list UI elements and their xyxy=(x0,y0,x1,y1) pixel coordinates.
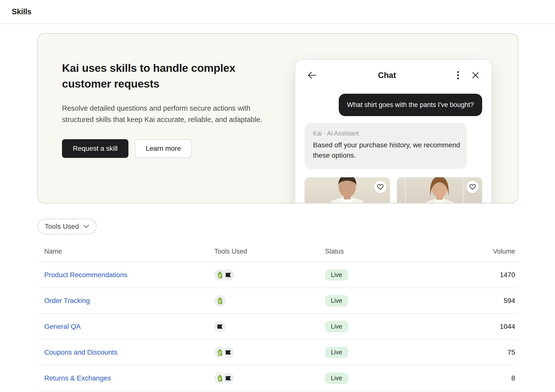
flag-icon xyxy=(214,321,226,332)
flag-icon xyxy=(223,373,234,384)
volume-cell: 8 xyxy=(453,374,515,382)
skill-name-cell: General QA xyxy=(44,323,214,331)
hero-content: Kai uses skills to handle complex custom… xyxy=(62,60,303,158)
tools-used-filter-label: Tools Used xyxy=(45,223,79,230)
hero-description: Resolve detailed questions and perform s… xyxy=(62,103,269,125)
skill-name-cell: Returns & Exchanges xyxy=(44,374,214,382)
volume-cell: 594 xyxy=(453,297,515,305)
table-row: General QA Live 1044 xyxy=(37,314,518,340)
tools-used-cell: S xyxy=(214,269,325,281)
tools-used-cell: S xyxy=(214,295,325,306)
topbar: Skills xyxy=(0,0,555,24)
svg-text:S: S xyxy=(219,299,221,303)
table-row: Returns & Exchanges S Live 8 xyxy=(37,365,518,391)
user-message-bubble: What shirt goes with the pants I've boug… xyxy=(339,94,482,116)
request-skill-button[interactable]: Request a skill xyxy=(62,139,128,158)
chevron-down-icon xyxy=(83,225,89,228)
favorite-heart-icon[interactable] xyxy=(466,181,479,193)
favorite-heart-icon[interactable] xyxy=(374,181,386,193)
skill-link[interactable]: Order Tracking xyxy=(44,297,90,304)
product-card[interactable] xyxy=(397,177,482,203)
skill-name-cell: Order Tracking xyxy=(44,297,214,305)
svg-text:S: S xyxy=(219,273,221,277)
status-cell: Live xyxy=(325,295,453,306)
chat-body: What shirt goes with the pants I've boug… xyxy=(295,94,492,203)
tools-used-cell xyxy=(214,321,325,332)
skill-link[interactable]: General QA xyxy=(44,323,81,330)
table-header-row: Name Tools Used Status Volume xyxy=(37,234,518,262)
flag-icon xyxy=(223,269,234,281)
table-row: Product Recommendations S Live 1470 xyxy=(37,262,518,288)
table-row: Coupons and Discounts S Live 75 xyxy=(37,340,518,365)
assistant-label: Kai · AI Assistant xyxy=(313,130,459,137)
chat-header-actions xyxy=(457,71,479,79)
hero-heading: Kai uses skills to handle complex custom… xyxy=(62,60,283,92)
status-cell: Live xyxy=(325,269,453,281)
column-header-name: Name xyxy=(44,248,214,255)
status-badge: Live xyxy=(325,321,348,332)
status-cell: Live xyxy=(325,321,453,332)
table-row: Order Tracking S Live 594 xyxy=(37,288,518,314)
assistant-message-bubble: Kai · AI Assistant Based off your purcha… xyxy=(305,123,467,169)
chat-header: Chat xyxy=(295,60,492,80)
chat-preview-card: Chat What shirt goes with the pants I've… xyxy=(295,59,492,203)
svg-text:S: S xyxy=(219,377,221,380)
status-cell: Live xyxy=(325,347,453,358)
skill-link[interactable]: Product Recommendations xyxy=(44,271,127,279)
close-icon[interactable] xyxy=(472,72,479,79)
status-cell: Live xyxy=(325,373,453,384)
page-title: Skills xyxy=(12,7,31,16)
column-header-volume: Volume xyxy=(453,248,515,255)
learn-more-button[interactable]: Learn more xyxy=(135,139,192,158)
tools-used-cell: S xyxy=(214,373,325,384)
product-card[interactable] xyxy=(305,177,390,203)
tools-used-filter[interactable]: Tools Used xyxy=(37,219,97,234)
status-badge: Live xyxy=(325,373,348,384)
chat-title: Chat xyxy=(317,71,457,80)
skill-link[interactable]: Returns & Exchanges xyxy=(44,374,111,382)
volume-cell: 75 xyxy=(453,348,515,356)
assistant-message-text: Based off your purchase history, we reco… xyxy=(313,140,461,161)
status-badge: Live xyxy=(325,269,348,281)
table-body: Product Recommendations S Live 1470 Orde… xyxy=(37,262,518,391)
tools-used-cell: S xyxy=(214,347,325,358)
svg-text:S: S xyxy=(219,351,221,355)
volume-cell: 1044 xyxy=(453,323,515,331)
flag-icon xyxy=(223,347,234,358)
column-header-status: Status xyxy=(325,248,453,255)
hero-banner: Kai uses skills to handle complex custom… xyxy=(37,33,518,203)
back-arrow-icon[interactable] xyxy=(308,71,317,79)
status-badge: Live xyxy=(325,347,348,358)
volume-cell: 1470 xyxy=(453,271,515,279)
column-header-tools-used: Tools Used xyxy=(214,248,325,255)
shopify-icon: S xyxy=(214,295,226,306)
skills-table: Name Tools Used Status Volume Product Re… xyxy=(37,234,518,391)
product-recommendations-row xyxy=(305,177,482,203)
hero-buttons: Request a skill Learn more xyxy=(62,139,303,158)
skill-name-cell: Product Recommendations xyxy=(44,271,214,279)
kebab-menu-icon[interactable] xyxy=(457,71,459,79)
skill-name-cell: Coupons and Discounts xyxy=(44,348,214,356)
skill-link[interactable]: Coupons and Discounts xyxy=(44,348,117,356)
status-badge: Live xyxy=(325,295,348,306)
